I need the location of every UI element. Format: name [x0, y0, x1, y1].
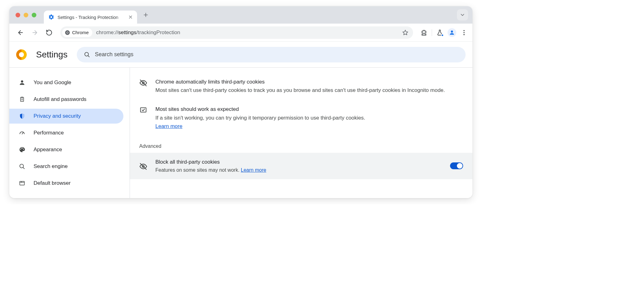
search-icon [19, 163, 25, 170]
visibility-off-icon [139, 78, 147, 94]
tab-search-button[interactable] [457, 9, 468, 20]
person-icon [19, 79, 25, 86]
close-tab-button[interactable] [128, 14, 133, 20]
toolbar-actions [418, 28, 467, 37]
sidebar: You and Google Autofill and passwords Pr… [9, 68, 130, 198]
svg-rect-22 [140, 108, 146, 112]
gear-icon [48, 14, 54, 20]
speedometer-icon [19, 129, 25, 136]
browser-tab[interactable]: Settings - Tracking Protection [44, 11, 137, 24]
page-title: Settings [36, 50, 67, 60]
row-subtitle: If a site isn't working, you can try giv… [155, 114, 463, 122]
block-all-cookies-row[interactable]: Block all third-party cookies Features o… [130, 153, 472, 179]
visibility-off-icon [139, 161, 147, 170]
window-controls [14, 6, 39, 24]
sidebar-label: Search engine [34, 163, 68, 170]
sidebar-label: Privacy and security [34, 113, 81, 119]
browser-window: Settings - Tracking Protection Chrome [9, 6, 472, 198]
sidebar-label: Autofill and passwords [34, 96, 86, 102]
svg-point-4 [463, 30, 465, 31]
sidebar-item-performance[interactable]: Performance [9, 125, 123, 140]
sidebar-label: Default browser [34, 180, 71, 186]
toolbar: Chrome chrome://settings/trackingProtect… [9, 24, 472, 42]
svg-point-9 [21, 80, 23, 83]
search-placeholder: Search settings [95, 51, 133, 58]
info-row-sites-work: Most sites should work as expected If a … [130, 102, 472, 138]
sidebar-item-search-engine[interactable]: Search engine [9, 159, 123, 174]
settings-header: Settings Search settings [9, 42, 472, 68]
palette-icon [19, 146, 25, 153]
svg-rect-10 [21, 97, 24, 101]
menu-button[interactable] [461, 29, 467, 36]
info-row-cookies-limited: Chrome automatically limits third-party … [130, 75, 472, 102]
learn-more-link[interactable]: Learn more [155, 123, 182, 129]
url-display: chrome://settings/trackingProtection [96, 30, 399, 36]
new-tab-button[interactable] [140, 9, 151, 20]
back-button[interactable] [14, 26, 27, 39]
extensions-button[interactable] [421, 29, 427, 36]
address-bar[interactable]: Chrome chrome://settings/trackingProtect… [60, 26, 413, 39]
profile-button[interactable] [448, 28, 456, 37]
row-title: Most sites should work as expected [155, 105, 463, 113]
learn-more-link[interactable]: Learn more [241, 167, 266, 173]
shield-icon [19, 113, 25, 119]
clipboard-icon [19, 96, 25, 102]
browser-icon [19, 180, 25, 186]
row-title: Chrome automatically limits third-party … [155, 78, 463, 86]
chrome-icon [65, 30, 70, 35]
row-title: Block all third-party cookies [155, 158, 442, 166]
sidebar-label: Appearance [34, 147, 62, 153]
block-cookies-toggle[interactable] [450, 162, 463, 169]
settings-body: You and Google Autofill and passwords Pr… [9, 68, 472, 198]
sidebar-label: You and Google [34, 79, 71, 86]
row-subtitle: Most sites can't use third-party cookies… [155, 86, 463, 94]
svg-point-3 [451, 30, 453, 33]
close-window-button[interactable] [16, 13, 20, 17]
maximize-window-button[interactable] [32, 13, 36, 17]
tab-strip: Settings - Tracking Protection [9, 6, 472, 24]
tab-title: Settings - Tracking Protection [58, 15, 126, 20]
forward-button[interactable] [29, 26, 41, 39]
svg-line-16 [23, 167, 24, 169]
svg-line-14 [22, 132, 23, 134]
svg-line-8 [88, 55, 89, 57]
checkbox-icon [139, 105, 147, 130]
site-info-label: Chrome [72, 30, 89, 35]
sidebar-item-default-browser[interactable]: Default browser [9, 176, 123, 191]
svg-point-6 [463, 34, 465, 35]
svg-point-5 [463, 32, 465, 33]
row-subtitle: Features on some sites may not work. Lea… [155, 166, 442, 174]
sidebar-item-privacy[interactable]: Privacy and security [9, 109, 123, 124]
divider [432, 29, 432, 36]
svg-rect-17 [20, 181, 25, 185]
main-content: Chrome automatically limits third-party … [130, 68, 472, 198]
labs-button[interactable] [436, 29, 443, 36]
search-icon [84, 51, 90, 58]
section-heading-advanced: Advanced [130, 138, 472, 153]
minimize-window-button[interactable] [24, 13, 28, 17]
site-info-chip[interactable]: Chrome [62, 28, 92, 37]
sidebar-label: Performance [34, 130, 64, 136]
chrome-logo-icon [16, 49, 27, 60]
search-settings-input[interactable]: Search settings [77, 47, 466, 62]
bookmark-button[interactable] [402, 29, 409, 36]
svg-point-2 [67, 32, 68, 33]
sidebar-item-autofill[interactable]: Autofill and passwords [9, 92, 123, 107]
sidebar-item-appearance[interactable]: Appearance [9, 142, 123, 157]
sidebar-item-you-and-google[interactable]: You and Google [9, 75, 123, 90]
reload-button[interactable] [43, 26, 55, 39]
svg-rect-11 [21, 97, 23, 98]
